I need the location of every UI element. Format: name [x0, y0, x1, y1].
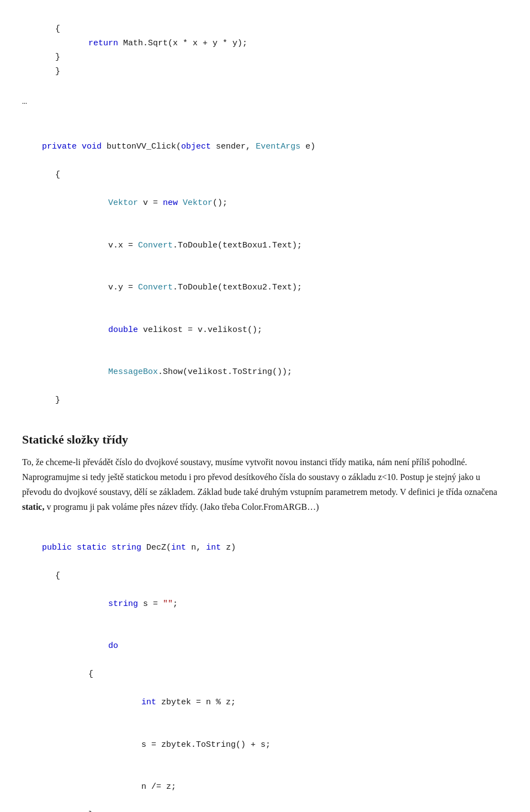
ellipsis: …: [22, 95, 508, 109]
code-line: int zbytek = n % z;: [121, 682, 508, 724]
code-line: n /= z;: [121, 766, 508, 809]
code-line: private void buttonVV_Click(object sende…: [22, 126, 508, 168]
top-code-block: { return Math.Sqrt(x * x + y * y); } }: [22, 17, 508, 84]
section-heading: Statické složky třídy: [22, 430, 508, 449]
ellipsis-line: …: [22, 89, 508, 115]
code-line: v.y = Convert.ToDouble(textBoxu2.Text);: [88, 267, 508, 309]
buttonvv-code-block: private void buttonVV_Click(object sende…: [22, 120, 508, 413]
decz-code-block: public static string DecZ(int n, int z) …: [22, 521, 508, 812]
code-line: }: [88, 808, 508, 812]
code-line: Vektor v = new Vektor();: [88, 182, 508, 225]
code-line: MessageBox.Show(velikost.ToString());: [88, 351, 508, 394]
code-line: }: [22, 65, 508, 79]
code-line: {: [55, 569, 508, 583]
code-line: {: [55, 168, 508, 182]
code-line: s = zbytek.ToString() + s;: [121, 724, 508, 766]
code-line: }: [55, 50, 508, 65]
code-line: {: [88, 667, 508, 682]
code-line: double velikost = v.velikost();: [88, 309, 508, 351]
code-line: v.x = Convert.ToDouble(textBoxu1.Text);: [88, 224, 508, 267]
code-line: public static string DecZ(int n, int z): [22, 526, 508, 569]
code-line: }: [55, 393, 508, 408]
prose-paragraph: To, že chceme-li převádět číslo do dvojk…: [22, 455, 508, 515]
code-line: do: [88, 625, 508, 668]
code-line: string s = "";: [88, 583, 508, 625]
code-line: {: [55, 22, 508, 36]
code-line: return Math.Sqrt(x * x + y * y);: [88, 36, 508, 51]
